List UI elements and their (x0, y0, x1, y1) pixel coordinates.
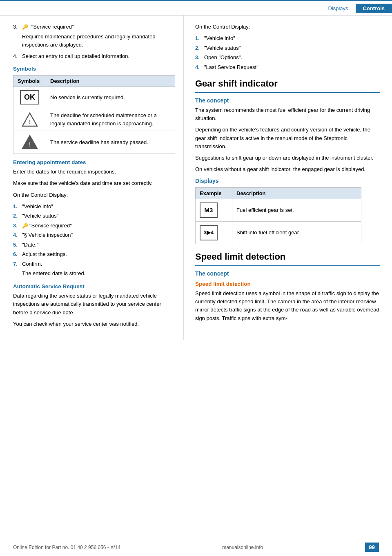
right-num-4: 4. (195, 63, 204, 71)
sym-ok-desc: No service is currently required. (46, 87, 175, 108)
gear-p1: The system recommends the most fuel effi… (195, 106, 380, 122)
item-4-num: 4. (13, 52, 22, 60)
table-row: ! The service deadline has already passe… (13, 131, 175, 153)
entering-item-3: 3. 🔑"Service required" (13, 222, 175, 230)
entering-text-2: "Vehicle status" (22, 212, 175, 220)
right-item-3: 3. Open "Options". (195, 53, 380, 62)
entering-num-5: 5. (13, 241, 22, 249)
right-num-3: 3. (195, 53, 204, 62)
speed-concept-heading: The concept (195, 270, 380, 277)
speed-big-heading: Speed limit detection (195, 251, 380, 262)
gear-divider (195, 92, 380, 93)
entering-text-7: Confirm. (22, 260, 175, 268)
entering-p2: Make sure that the vehicle's date and ti… (13, 179, 175, 187)
tab-displays[interactable]: Displays (321, 4, 355, 13)
speed-divider (195, 265, 380, 266)
svg-text:!: ! (29, 118, 31, 125)
gear-3to4-desc: Shift into fuel efficient gear. (232, 222, 361, 244)
entering-num-6: 6. (13, 250, 22, 258)
gear-p3: Suggestions to shift gear up or down are… (195, 154, 380, 162)
gear-col1-header: Example (196, 188, 232, 199)
gear-3to4-cell: 3▶4 (196, 222, 232, 244)
entering-p1: Enter the dates for the required inspect… (13, 168, 175, 176)
gear-big-heading: Gear shift indicator (195, 78, 380, 89)
page-footer: Online Edition for Part no. 01 40 2 956 … (0, 539, 392, 552)
entering-text-1: "Vehicle info" (22, 202, 175, 211)
entering-text-6: Adjust the settings. (22, 250, 175, 258)
right-text-3: Open "Options". (204, 53, 380, 62)
triangle-icon: ! (18, 112, 42, 127)
ok-icon: OK (20, 90, 39, 105)
entering-item-1: 1. "Vehicle info" (13, 202, 175, 211)
entering-item-2: 2. "Vehicle status" (13, 212, 175, 220)
right-text-1: "Vehicle info" (204, 34, 380, 42)
entering-num-3: 3. (13, 222, 22, 230)
auto-service-heading: Automatic Service Request (13, 283, 175, 289)
gear-p2: Depending on the vehicle's features and … (195, 126, 380, 150)
header-tabs: Displays Controls (321, 4, 392, 13)
gear-table: Example Description M3 Fuel efficient ge… (195, 187, 361, 244)
speed-sub-heading: Speed limit detection (195, 281, 380, 287)
item-3-desc: Required maintenance procedures and lega… (13, 33, 175, 49)
entering-p3: On the Control Display: (13, 191, 175, 199)
displays-heading: Displays (195, 178, 380, 184)
right-text-4: "Last Service Request" (204, 63, 380, 71)
gear-m3-desc: Fuel efficient gear is set. (232, 199, 361, 222)
entering-stored: The entered date is stored. (13, 269, 175, 278)
entering-text-4: "§ Vehicle inspection" (22, 231, 175, 239)
sym-triangle-cell: ! (13, 108, 46, 131)
sym-ok-cell: OK (13, 87, 46, 108)
table-row: ! The deadline for scheduled maintenance… (13, 108, 175, 131)
footer-online-text: Online Edition for Part no. 01 40 2 956 … (13, 545, 120, 550)
svg-text:!: ! (29, 141, 31, 148)
right-column: On the Control Display: 1. "Vehicle info… (184, 16, 392, 340)
table-row: M3 Fuel efficient gear is set. (196, 199, 361, 222)
entering-text-3: 🔑"Service required" (22, 222, 175, 230)
symbols-table: Symbols Description OK No service is cur… (13, 75, 175, 153)
right-item-2: 2. "Vehicle status" (195, 44, 380, 52)
3to4-icon: 3▶4 (200, 225, 218, 240)
service-icon: 🔑 (22, 24, 28, 30)
page-header: Displays Controls (0, 1, 392, 16)
sym-triangle-filled-cell: ! (13, 131, 46, 153)
right-item-1: 1. "Vehicle info" (195, 34, 380, 42)
right-num-2: 2. (195, 44, 204, 52)
sym-col2-header: Description (46, 76, 175, 87)
entering-item-5: 5. "Date:" (13, 241, 175, 249)
entering-num-4: 4. (13, 231, 22, 239)
entering-item-7: 7. Confirm. (13, 260, 175, 268)
footer-site: manualsonline.info (222, 545, 263, 550)
service-small-icon: 🔑 (22, 223, 28, 229)
auto-service-p2: You can check when your service center w… (13, 320, 175, 328)
gear-p4: On vehicles without a gear shift indicat… (195, 165, 380, 173)
entering-num-2: 2. (13, 212, 22, 220)
table-row: 3▶4 Shift into fuel efficient gear. (196, 222, 361, 244)
right-num-1: 1. (195, 34, 204, 42)
right-item-4: 4. "Last Service Request" (195, 63, 380, 71)
symbols-heading: Symbols (13, 66, 175, 72)
gear-col2-header: Description (232, 188, 361, 199)
left-column: 3. 🔑 "Service required" Required mainten… (0, 16, 184, 340)
entering-num-7: 7. (13, 260, 22, 268)
entering-item-4: 4. "§ Vehicle inspection" (13, 231, 175, 239)
sym-triangle-filled-desc: The service deadline has already passed. (46, 131, 175, 153)
main-content: 3. 🔑 "Service required" Required mainten… (0, 16, 392, 340)
right-text-2: "Vehicle status" (204, 44, 380, 52)
entering-num-1: 1. (13, 202, 22, 211)
m3-icon: M3 (200, 202, 218, 218)
item-4: 4. Select an entry to call up detailed i… (13, 52, 175, 60)
entering-item-6: 6. Adjust the settings. (13, 250, 175, 258)
item-3: 3. 🔑 "Service required" (13, 23, 175, 31)
tab-controls[interactable]: Controls (356, 4, 392, 13)
triangle-filled-icon: ! (18, 134, 42, 150)
sym-col1-header: Symbols (13, 76, 46, 87)
table-row: OK No service is currently required. (13, 87, 175, 108)
auto-service-p1: Data regarding the service status or leg… (13, 292, 175, 316)
footer-page-number: 99 (365, 543, 379, 552)
sym-triangle-desc: The deadline for scheduled maintenance o… (46, 108, 175, 131)
on-control-display: On the Control Display: (195, 23, 380, 31)
gear-m3-cell: M3 (196, 199, 232, 222)
gear-concept-heading: The concept (195, 97, 380, 104)
item-3-num: 3. (13, 23, 22, 31)
entering-text-5: "Date:" (22, 241, 175, 249)
